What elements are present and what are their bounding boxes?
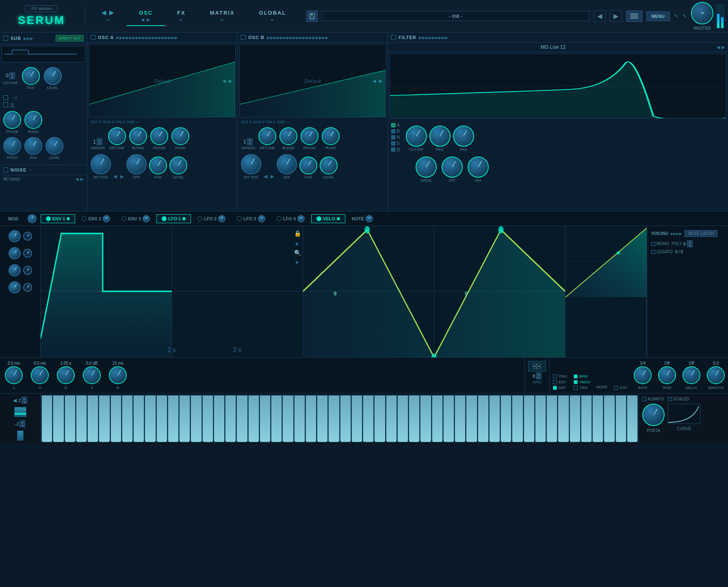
white-key[interactable] xyxy=(409,395,420,442)
osc-a-wtpos-right[interactable]: ▶ xyxy=(120,174,124,179)
mod-side-knob2b[interactable] xyxy=(23,249,32,258)
white-key[interactable] xyxy=(76,395,87,442)
osc-b-wtpos-right[interactable]: ▶ xyxy=(271,174,274,179)
white-key[interactable] xyxy=(592,395,603,442)
white-key[interactable] xyxy=(191,395,202,442)
lfo2-knob[interactable] xyxy=(218,215,225,222)
mod-side-knob1[interactable] xyxy=(9,230,21,242)
filter-type-next[interactable]: ▶ xyxy=(722,45,725,50)
noise-next[interactable]: ▶ xyxy=(80,177,84,181)
env-lock-icon[interactable]: 🔒 xyxy=(294,230,301,237)
white-key[interactable] xyxy=(397,395,408,442)
always-check[interactable]: ALWAYS xyxy=(642,397,664,401)
white-key[interactable] xyxy=(627,395,638,442)
osc-b-unison-up[interactable]: ▲ xyxy=(247,138,253,141)
white-key[interactable] xyxy=(294,395,305,442)
lfo-trig-check[interactable] xyxy=(553,374,557,378)
save-icon[interactable] xyxy=(306,11,318,22)
osc-b-unison-stepper[interactable]: ▲ ▼ xyxy=(247,138,253,145)
grid-down[interactable]: ▼ xyxy=(536,376,542,379)
legato-checkbox[interactable] xyxy=(651,250,655,254)
white-key[interactable] xyxy=(546,395,557,442)
sub-phase-knob[interactable] xyxy=(3,111,21,129)
tab-env2[interactable]: ENV 2 xyxy=(77,213,115,224)
tab-lfo2[interactable]: LFO 2 xyxy=(193,213,230,224)
mod-side-knob3[interactable] xyxy=(9,264,21,276)
sub-route-icon[interactable]: →| xyxy=(11,95,17,100)
noise-prev[interactable]: ◀ xyxy=(76,177,79,181)
white-key[interactable] xyxy=(122,395,133,442)
mod-side-knob2[interactable] xyxy=(9,247,21,259)
lfo-smooth-knob[interactable] xyxy=(707,366,725,384)
white-key[interactable] xyxy=(168,395,179,442)
white-key[interactable] xyxy=(260,395,271,442)
mod-knob[interactable] xyxy=(28,214,37,223)
filter-res-knob[interactable] xyxy=(429,126,451,147)
white-key[interactable] xyxy=(248,395,259,442)
sub-bars-icon[interactable]: ||| xyxy=(11,102,14,108)
poly-up[interactable]: ▲ xyxy=(687,240,693,243)
tab-global[interactable]: GLOBAL ∞ xyxy=(247,7,299,26)
white-key[interactable] xyxy=(351,395,362,442)
env1-h-knob[interactable] xyxy=(31,366,49,384)
filter-s-checkbox[interactable] xyxy=(391,141,395,146)
tab-env1[interactable]: ENV 1 xyxy=(41,214,76,223)
filter-btn-a[interactable]: A xyxy=(391,123,400,127)
env1-a-knob[interactable] xyxy=(5,366,23,384)
noise-expand-icon[interactable]: › xyxy=(30,167,31,172)
lfo-env-check[interactable] xyxy=(553,380,557,384)
env1-d-knob[interactable] xyxy=(57,366,75,384)
osc-b-pan-knob[interactable] xyxy=(299,157,317,174)
mono-checkbox[interactable] xyxy=(651,242,655,246)
white-key[interactable] xyxy=(489,395,500,442)
white-key[interactable] xyxy=(328,395,339,442)
white-key[interactable] xyxy=(432,395,443,442)
osc-a-enable-checkbox[interactable] xyxy=(91,35,95,40)
lfo3-knob[interactable] xyxy=(258,215,265,222)
white-key[interactable] xyxy=(179,395,190,442)
lfo-rate-knob[interactable] xyxy=(634,366,652,384)
white-key[interactable] xyxy=(443,395,454,442)
white-key[interactable] xyxy=(145,395,156,442)
white-key[interactable] xyxy=(570,395,581,442)
porta-knob[interactable] xyxy=(642,404,665,426)
osc-a-phase-knob[interactable] xyxy=(150,127,168,145)
lfo-delay-knob[interactable] xyxy=(682,366,700,384)
white-key[interactable] xyxy=(65,395,76,442)
lfo-dot-check[interactable] xyxy=(614,386,618,390)
filter-b-checkbox[interactable] xyxy=(391,129,395,133)
white-key[interactable] xyxy=(512,395,523,442)
octave-down[interactable]: ▼ xyxy=(9,76,15,79)
tab-lfo4[interactable]: LFO 4 xyxy=(272,213,310,224)
filter-drive-knob[interactable] xyxy=(416,157,437,178)
tab-note[interactable]: NOTE xyxy=(347,213,378,224)
osc-b-detune-knob[interactable] xyxy=(258,127,276,145)
osc-b-waveform[interactable]: Default ◀ ▶ xyxy=(239,44,386,117)
white-key[interactable] xyxy=(133,395,144,442)
white-key[interactable] xyxy=(202,395,213,442)
white-key[interactable] xyxy=(386,395,397,442)
pitch-up-btn[interactable]: ▲ xyxy=(22,397,27,400)
voicing-mono-check[interactable]: MONO xyxy=(651,241,669,246)
white-key[interactable] xyxy=(271,395,282,442)
filter-btn-n[interactable]: N xyxy=(391,135,400,139)
osc-a-rand-knob[interactable] xyxy=(171,127,189,145)
browser-icon[interactable] xyxy=(626,11,642,22)
filter-mix-knob[interactable] xyxy=(468,157,489,178)
edit-icon-right[interactable]: ✎ xyxy=(682,13,687,19)
pitch-down-up[interactable]: ▲ xyxy=(20,420,25,424)
sub-level-knob[interactable] xyxy=(44,67,62,85)
osc-b-rand-knob[interactable] xyxy=(322,127,340,145)
filter-btn-b[interactable]: B xyxy=(391,129,400,133)
filter-a-checkbox[interactable] xyxy=(391,123,395,127)
pitch-up-stepper[interactable]: ▲ ▼ xyxy=(22,397,27,404)
osc-b-enable-checkbox[interactable] xyxy=(241,35,246,40)
env-zoom-icon[interactable]: 🔍 xyxy=(294,250,301,256)
mod-side-knob4[interactable] xyxy=(9,281,21,294)
white-key[interactable] xyxy=(455,395,466,442)
preset-prev[interactable]: ◀ xyxy=(594,10,606,22)
tab-env3[interactable]: ENV 3 xyxy=(117,213,155,224)
octave-stepper[interactable]: ▲ ▼ xyxy=(9,72,15,79)
noise-enable-checkbox[interactable] xyxy=(3,167,8,172)
filter-btn-s[interactable]: S xyxy=(391,141,400,146)
